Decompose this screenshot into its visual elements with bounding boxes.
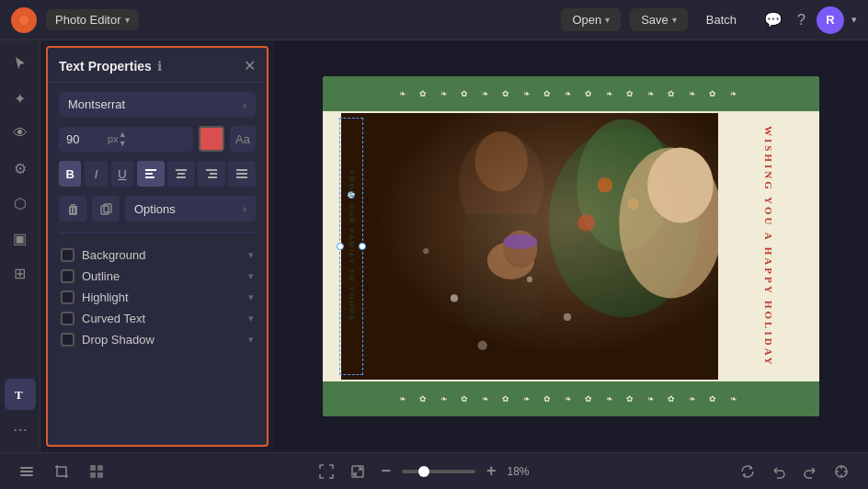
svg-rect-5: [145, 176, 154, 178]
sidebar-item-more[interactable]: ⋯: [5, 414, 36, 445]
svg-point-1: [19, 16, 29, 25]
svg-point-19: [577, 119, 671, 252]
zoom-in-button[interactable]: +: [483, 458, 500, 484]
align-group: [137, 161, 256, 187]
layers-icon[interactable]: [15, 460, 39, 483]
effect-checkboxes: Background ▾ Outline ▾ Highlight: [59, 244, 256, 350]
reset-button[interactable]: [829, 460, 853, 483]
highlight-label: Highlight: [82, 290, 129, 304]
bottombar-center: − + 18%: [314, 458, 529, 484]
svg-rect-6: [176, 169, 187, 171]
sidebar-item-effects[interactable]: ✦: [5, 83, 36, 114]
size-unit-label: px: [108, 133, 119, 144]
svg-rect-44: [352, 466, 363, 477]
font-name-label: Montserrat: [68, 97, 125, 111]
panel-info-icon[interactable]: ℹ: [157, 59, 162, 74]
svg-rect-11: [208, 176, 217, 178]
chat-icon[interactable]: 💬: [760, 7, 786, 32]
delete-button[interactable]: [59, 196, 86, 222]
canvas-area[interactable]: ❧ ✿ ❧ ✿ ❧ ✿ ❧ ✿ ❧ ✿ ❧ ✿ ❧ ✿ ❧ ✿ ❧ ❧ ✿ ❧ …: [274, 40, 868, 452]
italic-button[interactable]: I: [85, 161, 107, 187]
background-checkbox[interactable]: [61, 248, 74, 262]
size-input-wrap: px ▲ ▼: [59, 127, 193, 152]
outline-expand-icon[interactable]: ▾: [248, 270, 254, 282]
align-right-button[interactable]: [198, 161, 225, 187]
svg-rect-17: [341, 113, 718, 380]
svg-rect-43: [97, 472, 103, 478]
bottombar-left: [15, 460, 108, 483]
sidebar-item-sticker[interactable]: ⬡: [5, 188, 36, 219]
svg-rect-3: [145, 169, 156, 171]
panel-title: Text Properties ℹ: [59, 59, 162, 74]
zoom-thumb: [418, 466, 429, 477]
batch-button[interactable]: Batch: [697, 8, 746, 31]
svg-rect-4: [145, 173, 153, 175]
background-expand-icon[interactable]: ▾: [248, 249, 254, 261]
svg-point-20: [598, 177, 612, 192]
background-label: Background: [82, 248, 145, 262]
sidebar-item-adjust[interactable]: ⚙: [5, 153, 36, 184]
panel-header: Text Properties ℹ ✕: [48, 48, 267, 83]
duplicate-button[interactable]: [92, 196, 120, 222]
color-swatch[interactable]: [199, 126, 224, 152]
checkbox-curved-text: Curved Text ▾: [59, 308, 256, 329]
bold-button[interactable]: B: [59, 161, 81, 187]
svg-point-33: [527, 277, 532, 282]
sidebar: ✦ 👁 ⚙ ⬡ ▣ ⊞ T ⋯: [0, 40, 40, 452]
fit-screen-icon[interactable]: [314, 460, 338, 483]
underline-button[interactable]: U: [111, 161, 133, 187]
save-button[interactable]: Save ▾: [630, 8, 688, 31]
svg-point-31: [647, 147, 714, 222]
zoom-out-button[interactable]: −: [377, 458, 394, 484]
divider-1: [59, 233, 256, 233]
highlight-checkbox[interactable]: [61, 290, 74, 304]
drop-shadow-expand-icon[interactable]: ▾: [248, 334, 254, 346]
app-logo: [11, 7, 37, 33]
drop-shadow-checkbox[interactable]: [61, 333, 74, 347]
grid-icon[interactable]: [85, 460, 108, 483]
card-border-top: ❧ ✿ ❧ ✿ ❧ ✿ ❧ ✿ ❧ ✿ ❧ ✿ ❧ ✿ ❧ ✿ ❧: [323, 76, 819, 111]
size-up-button[interactable]: ▲: [119, 131, 127, 139]
curved-text-label: Curved Text: [82, 312, 145, 325]
size-down-button[interactable]: ▼: [119, 140, 127, 148]
topbar: Photo Editor ▾ Open ▾ Save ▾ Batch 💬 ? R…: [0, 0, 868, 40]
drop-shadow-label: Drop Shadow: [82, 333, 154, 347]
curved-text-checkbox[interactable]: [61, 312, 74, 325]
highlight-expand-icon[interactable]: ▾: [248, 291, 254, 303]
sidebar-item-select[interactable]: [5, 48, 36, 79]
crop-icon[interactable]: [50, 460, 74, 483]
sidebar-item-eye[interactable]: 👁: [5, 118, 36, 149]
help-icon[interactable]: ?: [794, 8, 809, 32]
sidebar-item-frame[interactable]: ▣: [5, 222, 36, 254]
text-case-button[interactable]: Aa: [230, 126, 256, 152]
avatar-chevron-icon[interactable]: ▾: [851, 14, 857, 26]
zoom-slider[interactable]: [402, 470, 475, 473]
font-selector[interactable]: Montserrat ›: [59, 92, 256, 117]
panel-close-button[interactable]: ✕: [244, 57, 256, 74]
zoom-percentage: 18%: [508, 465, 530, 478]
checkbox-highlight: Highlight ▾: [59, 287, 256, 308]
refresh-icon[interactable]: [736, 460, 760, 483]
outline-checkbox[interactable]: [61, 269, 74, 283]
app-title-button[interactable]: Photo Editor ▾: [46, 9, 139, 30]
redo-button[interactable]: [798, 460, 822, 483]
options-button[interactable]: Options ›: [125, 196, 256, 222]
align-center-button[interactable]: [167, 161, 195, 187]
open-button[interactable]: Open ▾: [561, 8, 621, 31]
svg-point-35: [564, 313, 571, 321]
svg-rect-9: [206, 169, 217, 171]
font-size-input[interactable]: [66, 132, 108, 146]
sidebar-item-grid[interactable]: ⊞: [5, 257, 36, 289]
curved-text-expand-icon[interactable]: ▾: [248, 313, 254, 324]
sidebar-item-text[interactable]: T: [5, 379, 36, 410]
text-properties-panel: Text Properties ℹ ✕ Montserrat › px ▲ ▼: [46, 46, 268, 447]
align-justify-button[interactable]: [228, 161, 256, 187]
svg-rect-14: [236, 176, 247, 178]
align-left-button[interactable]: [137, 161, 165, 187]
svg-rect-13: [236, 173, 247, 175]
avatar[interactable]: R: [817, 6, 844, 34]
svg-rect-39: [20, 474, 33, 476]
resize-icon[interactable]: [346, 460, 370, 483]
undo-button[interactable]: [767, 460, 791, 483]
size-row: px ▲ ▼ Aa: [59, 126, 256, 152]
